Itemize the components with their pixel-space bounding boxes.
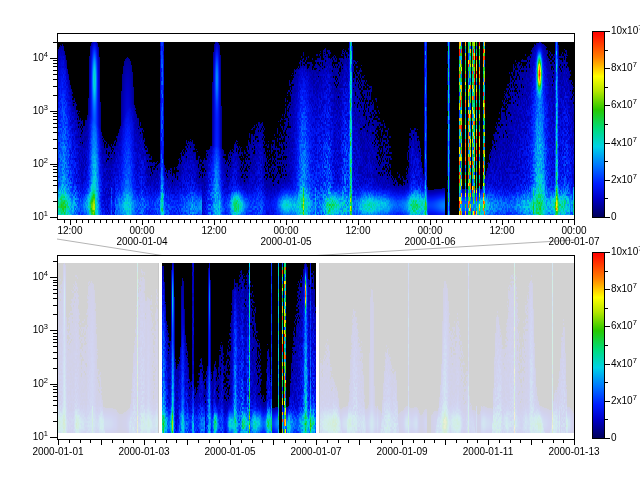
bottom-y-minor-tick xyxy=(53,346,57,347)
bottom-x-minor-tick xyxy=(209,440,210,443)
top-x-minor-tick xyxy=(472,220,473,223)
top-y-tick-label: 103 xyxy=(33,105,48,116)
bottom-x-date-label: 2000-01-03 xyxy=(118,446,169,457)
top-y-minor-tick xyxy=(53,166,57,167)
top-y-minor-tick xyxy=(53,180,57,181)
top-x-minor-tick xyxy=(166,220,167,223)
bottom-x-date-label: 2000-01-05 xyxy=(204,446,255,457)
top-y-major-tick xyxy=(50,217,57,218)
bottom-x-minor-tick xyxy=(166,440,167,443)
bottom-x-minor-tick xyxy=(219,440,220,443)
bottom-x-minor-tick xyxy=(563,440,564,443)
top-x-minor-tick xyxy=(460,220,461,223)
bottom-y-minor-tick xyxy=(53,282,57,283)
bottom-colorbar-major-tick xyxy=(605,364,610,365)
top-y-minor-tick xyxy=(53,127,57,128)
top-x-minor-tick xyxy=(238,220,239,223)
top-x-tick-label: 12:00 xyxy=(57,225,82,236)
bottom-x-minor-tick xyxy=(69,440,70,443)
top-y-tick-label: 104 xyxy=(33,52,48,63)
bottom-y-minor-tick xyxy=(53,298,57,299)
top-colorbar-gradient xyxy=(593,32,604,217)
top-x-minor-tick xyxy=(340,220,341,223)
bottom-x-minor-tick xyxy=(391,440,392,443)
bottom-y-minor-tick xyxy=(53,368,57,369)
bottom-x-minor-tick xyxy=(381,440,382,443)
bottom-y-tick-label: 102 xyxy=(33,378,48,389)
bottom-x-major-tick xyxy=(230,440,231,445)
top-x-minor-tick xyxy=(382,220,383,223)
bottom-x-date-label: 2000-01-07 xyxy=(290,446,341,457)
bottom-x-minor-tick xyxy=(499,440,500,443)
top-colorbar-major-tick xyxy=(605,143,610,144)
top-x-minor-tick xyxy=(466,220,467,223)
figure: 12:0000:002000-01-0412:0000:002000-01-05… xyxy=(0,0,640,480)
top-x-minor-tick xyxy=(514,220,515,223)
top-x-minor-tick xyxy=(334,220,335,223)
bottom-y-major-tick xyxy=(50,330,57,331)
top-x-minor-tick xyxy=(562,220,563,223)
top-x-tick-label: 00:00 xyxy=(417,225,442,236)
top-x-minor-tick xyxy=(124,220,125,223)
bottom-x-major-tick xyxy=(187,440,188,445)
top-x-minor-tick xyxy=(538,220,539,223)
top-x-minor-tick xyxy=(226,220,227,223)
bottom-x-major-tick xyxy=(402,440,403,445)
bottom-colorbar-tick-label: 8x107 xyxy=(611,283,637,294)
bottom-x-minor-tick xyxy=(295,440,296,443)
top-y-major-tick xyxy=(50,58,57,59)
top-x-minor-tick xyxy=(520,220,521,223)
top-y-minor-tick xyxy=(53,66,57,67)
top-y-minor-tick xyxy=(53,70,57,71)
bottom-x-minor-tick xyxy=(542,440,543,443)
top-x-minor-tick xyxy=(508,220,509,223)
top-x-minor-tick xyxy=(82,220,83,223)
bottom-x-major-tick xyxy=(273,440,274,445)
top-x-minor-tick xyxy=(544,220,545,223)
top-x-minor-tick xyxy=(496,220,497,223)
top-x-minor-tick xyxy=(568,220,569,223)
top-y-major-tick xyxy=(50,164,57,165)
bottom-y-minor-tick xyxy=(53,305,57,306)
top-y-minor-tick xyxy=(53,148,57,149)
bottom-x-minor-tick xyxy=(80,440,81,443)
top-x-minor-tick xyxy=(280,220,281,223)
top-x-minor-tick xyxy=(388,220,389,223)
top-x-minor-tick xyxy=(376,220,377,223)
bottom-x-minor-tick xyxy=(176,440,177,443)
top-x-minor-tick xyxy=(256,220,257,223)
top-colorbar-tick-label: 10x107 xyxy=(611,25,640,36)
bottom-y-tick-label: 104 xyxy=(33,271,48,282)
bottom-x-minor-tick xyxy=(456,440,457,443)
top-y-minor-tick xyxy=(53,86,57,87)
bottom-x-minor-tick xyxy=(123,440,124,443)
top-x-tick-label: 00:00 xyxy=(561,225,586,236)
bottom-colorbar-major-tick xyxy=(605,401,610,402)
bottom-colorbar-minor-tick xyxy=(605,308,608,309)
top-x-minor-tick xyxy=(118,220,119,223)
top-x-minor-tick xyxy=(322,220,323,223)
bottom-x-minor-tick xyxy=(370,440,371,443)
top-x-tick-label: 00:00 xyxy=(273,225,298,236)
top-x-minor-tick xyxy=(436,220,437,223)
bottom-x-minor-tick xyxy=(262,440,263,443)
top-x-minor-tick xyxy=(160,220,161,223)
top-y-minor-tick xyxy=(53,119,57,120)
bottom-x-minor-tick xyxy=(252,440,253,443)
bottom-x-minor-tick xyxy=(241,440,242,443)
top-x-minor-tick xyxy=(184,220,185,223)
bottom-y-major-tick xyxy=(50,437,57,438)
top-colorbar-major-tick xyxy=(605,180,610,181)
bottom-x-date-label: 2000-01-13 xyxy=(548,446,599,457)
top-y-minor-tick xyxy=(53,176,57,177)
top-x-minor-tick xyxy=(100,220,101,223)
bottom-x-date-label: 2000-01-01 xyxy=(32,446,83,457)
top-y-minor-tick xyxy=(53,139,57,140)
top-x-minor-tick xyxy=(154,220,155,223)
top-x-minor-tick xyxy=(394,220,395,223)
top-x-minor-tick xyxy=(94,220,95,223)
top-x-minor-tick xyxy=(268,220,269,223)
bottom-colorbar-major-tick xyxy=(605,326,610,327)
top-x-minor-tick xyxy=(490,220,491,223)
top-x-minor-tick xyxy=(412,220,413,223)
